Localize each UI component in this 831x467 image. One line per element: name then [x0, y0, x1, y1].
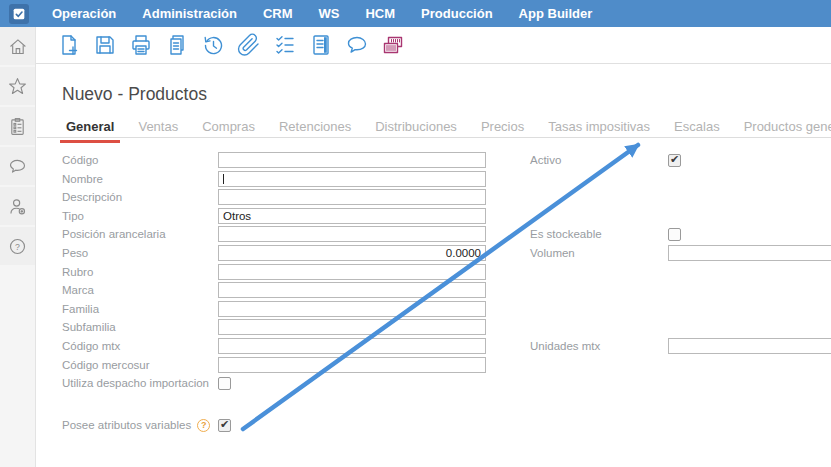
checklist-button[interactable] — [267, 30, 303, 60]
attachment-icon — [237, 33, 261, 57]
peso-input[interactable] — [218, 245, 486, 261]
nav-item-administracion[interactable]: Administración — [129, 0, 250, 27]
form-row-posee-atributos: Posee atributos variables ? — [62, 417, 831, 433]
form-row-utiliza-despacho: Utiliza despacho importacion — [62, 375, 831, 391]
form-row-unidades-mtx: Unidades mtx — [530, 338, 831, 354]
help-icon[interactable]: ? — [197, 419, 210, 432]
utiliza-despacho-checkbox[interactable] — [218, 377, 231, 390]
nav-item-hcm[interactable]: HCM — [352, 0, 408, 27]
page-title: Nuevo - Productos — [62, 84, 207, 105]
form-row-subfamilia: Subfamilia — [62, 319, 831, 335]
tab-escalas[interactable]: Escalas — [668, 115, 726, 143]
descripcion-input[interactable] — [218, 189, 486, 205]
print-button[interactable] — [123, 30, 159, 60]
form-row-volumen: Volumen — [530, 245, 831, 261]
chat-button[interactable] — [339, 30, 375, 60]
save-button[interactable] — [87, 30, 123, 60]
sidebar-item-tasks[interactable] — [0, 107, 35, 145]
posicion-arancelaria-label: Posición arancelaria — [62, 228, 218, 240]
report-icon — [309, 33, 333, 57]
rubro-label: Rubro — [62, 266, 218, 278]
unidades-mtx-label: Unidades mtx — [530, 340, 668, 352]
marca-label: Marca — [62, 284, 218, 296]
form-row-rubro: Rubro — [62, 264, 831, 280]
nav-item-operacion[interactable]: Operación — [39, 0, 129, 27]
tab-precios[interactable]: Precios — [475, 115, 530, 143]
tab-productos-generados[interactable]: Productos generados — [738, 115, 831, 143]
sidebar-item-home[interactable] — [0, 27, 35, 65]
nombre-input[interactable] — [218, 171, 486, 187]
tab-tasas-impositivas[interactable]: Tasas impositivas — [542, 115, 656, 143]
posee-atributos-label-wrap: Posee atributos variables ? — [62, 419, 218, 432]
marca-input[interactable] — [218, 282, 486, 298]
tab-retenciones[interactable]: Retenciones — [273, 115, 357, 143]
copy-button[interactable] — [159, 30, 195, 60]
report-button[interactable] — [303, 30, 339, 60]
nav-item-app-builder[interactable]: App Builder — [506, 0, 606, 27]
nav-item-ws[interactable]: WS — [306, 0, 353, 27]
nombre-label: Nombre — [62, 173, 218, 185]
save-icon — [93, 33, 117, 57]
barcode-icon — [381, 33, 405, 57]
volumen-label: Volumen — [530, 247, 668, 259]
print-icon — [129, 33, 153, 57]
history-icon — [201, 33, 225, 57]
tab-compras[interactable]: Compras — [196, 115, 261, 143]
activo-checkbox[interactable] — [668, 154, 681, 167]
barcode-button[interactable] — [375, 30, 411, 60]
history-button[interactable] — [195, 30, 231, 60]
form-row-activo: Activo — [530, 152, 681, 168]
subfamilia-input[interactable] — [218, 319, 486, 335]
es-stockeable-checkbox[interactable] — [668, 228, 681, 241]
new-document-button[interactable] — [51, 30, 87, 60]
codigo-label: Código — [62, 154, 218, 166]
familia-label: Familia — [62, 303, 218, 315]
form-row-descripcion: Descripción — [62, 189, 831, 205]
familia-input[interactable] — [218, 301, 486, 317]
star-icon — [7, 76, 28, 97]
codigo-input[interactable] — [218, 152, 486, 168]
sidebar-item-favorites[interactable] — [0, 67, 35, 105]
toolbar — [36, 27, 831, 64]
codigo-mercosur-input[interactable] — [218, 357, 486, 373]
es-stockeable-label: Es stockeable — [530, 228, 668, 240]
codigo-mtx-input[interactable] — [218, 338, 486, 354]
form-row-familia: Familia — [62, 301, 831, 317]
tipo-input[interactable] — [218, 208, 486, 224]
clipboard-check-logo-icon — [11, 6, 27, 22]
activo-label: Activo — [530, 154, 668, 166]
tab-distribuciones[interactable]: Distribuciones — [369, 115, 463, 143]
tab-ventas[interactable]: Ventas — [132, 115, 184, 143]
form-row-tipo: Tipo — [62, 208, 831, 224]
chat-icon — [345, 33, 369, 57]
new-document-icon — [57, 33, 81, 57]
app-logo-button[interactable] — [9, 4, 29, 24]
posicion-arancelaria-input[interactable] — [218, 226, 486, 242]
tab-bar: General Ventas Compras Retenciones Distr… — [60, 115, 831, 143]
nav-item-crm[interactable]: CRM — [250, 0, 306, 27]
home-icon — [7, 36, 28, 57]
sidebar-item-messages[interactable] — [0, 147, 35, 185]
attachment-button[interactable] — [231, 30, 267, 60]
copy-icon — [165, 33, 189, 57]
tab-general[interactable]: General — [60, 115, 120, 143]
form-row-posicion-arancelaria: Posición arancelaria — [62, 226, 831, 242]
posee-atributos-checkbox[interactable] — [218, 419, 231, 432]
sidebar-item-add-user[interactable] — [0, 187, 35, 225]
utiliza-despacho-label: Utiliza despacho importacion — [62, 377, 218, 389]
codigo-mtx-label: Código mtx — [62, 340, 218, 352]
sidebar-item-help[interactable]: ? — [0, 227, 35, 265]
clipboard-list-icon — [7, 116, 28, 137]
left-sidebar: ? — [0, 27, 36, 467]
form-row-nombre: Nombre — [62, 171, 831, 187]
top-navigation-bar: Operación Administración CRM WS HCM Prod… — [0, 0, 831, 27]
rubro-input[interactable] — [218, 264, 486, 280]
volumen-input[interactable] — [668, 245, 831, 261]
codigo-mercosur-label: Código mercosur — [62, 359, 218, 371]
nav-item-produccion[interactable]: Producción — [408, 0, 506, 27]
unidades-mtx-input[interactable] — [668, 338, 831, 354]
add-user-icon — [7, 196, 28, 217]
form-row-marca: Marca — [62, 282, 831, 298]
descripcion-label: Descripción — [62, 191, 218, 203]
posee-atributos-label: Posee atributos variables — [62, 419, 191, 431]
